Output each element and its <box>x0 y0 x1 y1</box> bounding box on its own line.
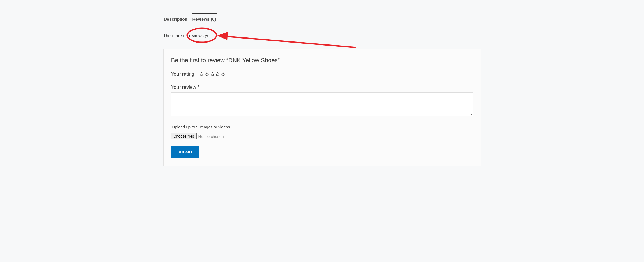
product-tabs: Description Reviews (0) <box>163 14 481 25</box>
svg-marker-3 <box>216 72 220 76</box>
review-form-title: Be the first to review “DNK Yellow Shoes… <box>171 57 473 64</box>
star-icon[interactable] <box>215 72 220 77</box>
star-icon[interactable] <box>199 72 204 77</box>
review-textarea-label: Your review * <box>171 85 473 90</box>
star-icon[interactable] <box>205 72 209 77</box>
review-textarea[interactable] <box>171 92 473 116</box>
star-icon[interactable] <box>210 72 215 77</box>
tab-reviews[interactable]: Reviews (0) <box>192 13 217 25</box>
submit-button[interactable]: SUBMIT <box>171 146 199 158</box>
star-rating-input <box>199 72 226 77</box>
review-form: Be the first to review “DNK Yellow Shoes… <box>163 49 481 166</box>
star-icon[interactable] <box>221 72 226 77</box>
svg-marker-2 <box>210 72 214 76</box>
no-reviews-text: There are no reviews yet <box>163 33 481 38</box>
choose-files-button[interactable]: Choose files <box>171 133 197 139</box>
upload-label: Upload up to 5 images or videos <box>171 125 473 129</box>
svg-marker-4 <box>221 72 225 76</box>
file-status-text: No file chosen <box>198 134 224 139</box>
rating-label: Your rating <box>171 71 194 77</box>
svg-marker-0 <box>199 72 203 76</box>
svg-marker-1 <box>205 72 209 76</box>
tab-description[interactable]: Description <box>163 14 188 25</box>
